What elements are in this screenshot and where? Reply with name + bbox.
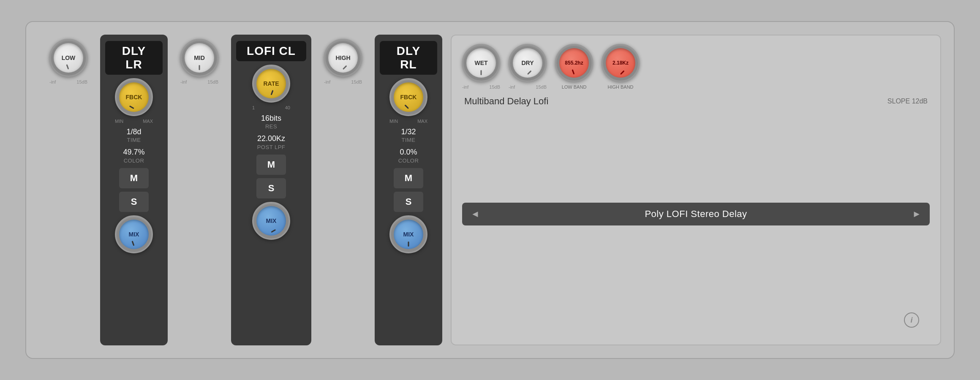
mix-lofi-knob-wrapper: MIX — [252, 202, 290, 240]
mid-column: MID -inf 15dB — [170, 35, 229, 345]
dly-rl-time: 1/32 TIME — [401, 127, 416, 144]
low-band-value: 855.2hz — [565, 60, 583, 66]
rate-knob-inner: RATE — [256, 69, 286, 98]
wet-tick — [481, 70, 482, 75]
right-info-row: Multiband Delay Lofi SLOPE 12dB — [462, 96, 930, 107]
rate-knob-label: RATE — [263, 80, 279, 87]
high-knob-outer[interactable]: HIGH — [324, 39, 362, 77]
high-band-value: 2.18Kz — [612, 60, 629, 66]
high-band-label: HIGH BAND — [602, 84, 640, 90]
dly-lr-m-button[interactable]: M — [119, 168, 149, 188]
fbck-rl-knob-outer[interactable]: FBCK — [389, 78, 427, 116]
fbck-lr-knob-inner: FBCK — [119, 82, 149, 112]
high-knob-inner: HIGH — [328, 43, 358, 73]
high-band-knob-inner: 2.18Kz — [606, 48, 635, 78]
fbck-lr-label: FBCK — [126, 94, 142, 100]
dly-rl-m-button[interactable]: M — [394, 168, 423, 188]
mix-lr-knob-outer[interactable]: MIX — [115, 215, 153, 253]
mid-knob-inner: MID — [185, 43, 214, 73]
low-knob-tick — [66, 64, 69, 69]
mix-rl-knob-wrapper: MIX — [389, 215, 427, 253]
wet-label: WET — [474, 60, 487, 66]
low-knob-wrapper: LOW -inf 15dB — [49, 39, 87, 84]
low-knob-label: LOW — [62, 54, 76, 61]
mix-rl-tick — [408, 242, 409, 247]
rate-knob-wrapper: RATE 1 40 — [252, 65, 290, 110]
lofi-res: 16bits RES — [261, 114, 281, 130]
wet-range: -inf 15dB — [462, 84, 500, 90]
low-knob-outer[interactable]: LOW — [49, 39, 87, 77]
fbck-rl-tick — [404, 104, 409, 109]
dly-lr-title: DLY LR — [105, 41, 163, 75]
lofi-m-button[interactable]: M — [256, 155, 286, 175]
low-knob-inner: LOW — [54, 43, 83, 73]
low-column: LOW -inf 15dB — [39, 35, 98, 345]
dry-label: DRY — [521, 60, 534, 66]
mid-knob-outer[interactable]: MID — [180, 39, 218, 77]
high-band-knob-item: 2.18Kz HIGH BAND — [602, 44, 640, 90]
fbck-rl-range: MIN MAX — [389, 119, 427, 124]
dry-knob-outer[interactable]: DRY — [509, 44, 547, 82]
dry-tick — [527, 70, 532, 75]
mix-rl-knob-inner: MIX — [394, 220, 423, 249]
high-knob-tick — [343, 65, 347, 70]
dly-rl-color: 0.0% COLOR — [398, 147, 419, 164]
lofi-lpf: 22.00Kz POST LPF — [257, 134, 286, 151]
high-knob-label: HIGH — [336, 54, 351, 61]
rate-tick — [271, 90, 274, 95]
preset-name: Poly LOFI Stereo Delay — [645, 209, 747, 220]
dry-knob-inner: DRY — [513, 48, 542, 78]
mix-lofi-label: MIX — [266, 217, 277, 224]
mid-knob-range: -inf 15dB — [180, 79, 218, 84]
low-band-range: LOW BAND — [555, 84, 593, 90]
dry-knob-item: DRY -inf 15dB — [509, 44, 547, 90]
high-knob-wrapper: HIGH -inf 15dB — [324, 39, 362, 84]
info-icon[interactable]: i — [904, 312, 919, 328]
dly-rl-title: DLY RL — [380, 41, 437, 75]
fbck-rl-label: FBCK — [400, 94, 417, 100]
rate-knob-range: 1 40 — [252, 105, 290, 110]
wet-knob-outer[interactable]: WET — [462, 44, 500, 82]
low-band-knob-outer[interactable]: 855.2hz — [555, 44, 593, 82]
low-band-knob-item: 855.2hz LOW BAND — [555, 44, 593, 90]
lofi-cl-title: LOFI CL — [236, 41, 306, 61]
slope-label: SLOPE 12dB — [887, 98, 928, 105]
wet-knob-item: WET -inf 15dB — [462, 44, 500, 90]
mix-rl-label: MIX — [403, 231, 414, 238]
plugin-name: Multiband Delay Lofi — [464, 96, 548, 107]
fbck-lr-knob-outer[interactable]: FBCK — [115, 78, 153, 116]
mix-lr-knob-wrapper: MIX — [115, 215, 153, 253]
high-band-range: HIGH BAND — [602, 84, 640, 90]
mix-lr-label: MIX — [129, 231, 139, 238]
mix-lr-knob-inner: MIX — [119, 220, 149, 249]
dly-lr-time: 1/8d TIME — [126, 127, 141, 144]
lofi-s-button[interactable]: S — [256, 178, 286, 198]
mid-knob-wrapper: MID -inf 15dB — [180, 39, 218, 84]
high-band-tick — [620, 70, 625, 75]
next-preset-button[interactable]: ► — [912, 209, 921, 220]
mix-lofi-knob-inner: MIX — [256, 206, 286, 236]
plugin-container: LOW -inf 15dB DLY LR FBCK MIN MAX — [25, 21, 955, 359]
fbck-lr-tick — [129, 106, 134, 109]
fbck-rl-knob-wrapper: FBCK MIN MAX — [389, 78, 427, 124]
prev-preset-button[interactable]: ◄ — [471, 209, 480, 220]
mix-lofi-knob-outer[interactable]: MIX — [252, 202, 290, 240]
rate-knob-outer[interactable]: RATE — [252, 65, 290, 103]
mid-knob-label: MID — [194, 54, 205, 61]
high-column: HIGH -inf 15dB — [313, 35, 373, 345]
high-band-knob-outer[interactable]: 2.18Kz — [602, 44, 640, 82]
dly-rl-s-button[interactable]: S — [394, 192, 423, 212]
mix-lr-tick — [131, 241, 134, 246]
low-band-label: LOW BAND — [555, 84, 593, 90]
low-knob-range: -inf 15dB — [49, 79, 87, 84]
mix-lofi-tick — [271, 229, 276, 233]
preset-bar: ◄ Poly LOFI Stereo Delay ► — [462, 203, 930, 225]
fbck-lr-knob-wrapper: FBCK MIN MAX — [115, 78, 153, 124]
lofi-cl-panel: LOFI CL RATE 1 40 16bits RES 22.00Kz POS… — [231, 35, 311, 345]
mix-rl-knob-outer[interactable]: MIX — [389, 215, 427, 253]
low-band-tick — [572, 69, 574, 74]
dly-lr-s-button[interactable]: S — [119, 192, 149, 212]
low-band-knob-inner: 855.2hz — [559, 48, 589, 78]
dly-lr-panel: DLY LR FBCK MIN MAX 1/8d TIME 49.7% COLO… — [100, 35, 168, 345]
dly-rl-panel: DLY RL FBCK MIN MAX 1/32 TIME 0.0% COLOR… — [375, 35, 442, 345]
